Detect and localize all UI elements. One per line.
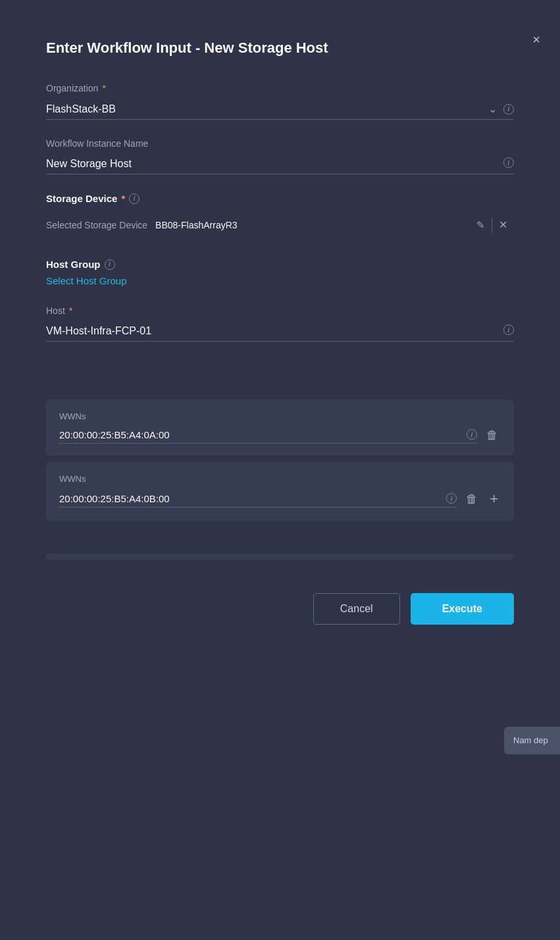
storage-clear-button[interactable]: ✕	[492, 216, 514, 234]
organization-info-icon[interactable]: i	[503, 104, 514, 115]
execute-button[interactable]: Execute	[411, 593, 514, 625]
selected-storage-row: Selected Storage Device BB08-FlashArrayR…	[46, 209, 514, 240]
wwn-input-2[interactable]	[59, 490, 457, 508]
modal-title: Enter Workflow Input - New Storage Host	[46, 39, 514, 57]
host-group-info-icon[interactable]: i	[105, 259, 115, 270]
organization-value: FlashStack-BB	[46, 103, 488, 115]
storage-device-info-icon[interactable]: i	[129, 194, 140, 204]
chevron-down-icon[interactable]: ⌄	[488, 103, 497, 115]
storage-required-star: *	[121, 193, 125, 204]
modal-container: × Enter Workflow Input - New Storage Hos…	[0, 13, 560, 940]
host-label: Host *	[46, 305, 514, 316]
host-field: Host * i Nam dep	[46, 305, 514, 342]
required-star: *	[102, 83, 105, 93]
footer-buttons: Cancel Execute	[46, 593, 514, 625]
wwn-input-1[interactable]	[59, 427, 477, 444]
close-button[interactable]: ×	[532, 33, 540, 46]
select-host-group-link[interactable]: Select Host Group	[46, 275, 127, 286]
host-info-icon[interactable]: i	[503, 325, 514, 335]
selected-storage-value: BB08-FlashArrayR3	[155, 220, 238, 230]
storage-device-label: Storage Device * i	[46, 193, 514, 204]
organization-label: Organization *	[46, 83, 514, 93]
wwn-info-icon-1[interactable]: i	[467, 429, 477, 440]
storage-device-field: Storage Device * i Selected Storage Devi…	[46, 193, 514, 240]
workflow-instance-input[interactable]	[46, 154, 514, 174]
wwn-card-2: WWNs i 🗑 +	[46, 462, 514, 521]
scroll-indicator	[46, 554, 514, 560]
host-input[interactable]	[46, 321, 514, 342]
host-required-star: *	[69, 305, 72, 316]
wwn-add-button[interactable]: +	[487, 489, 501, 509]
host-group-label: Host Group i	[46, 259, 514, 270]
storage-edit-button[interactable]: ✎	[470, 217, 492, 234]
workflow-instance-info-icon[interactable]: i	[503, 157, 514, 168]
wwn-card-1: WWNs i 🗑	[46, 400, 514, 456]
wwn-label-1: WWNs	[59, 411, 501, 421]
workflow-instance-label: Workflow Instance Name	[46, 138, 514, 149]
organization-select[interactable]: FlashStack-BB ⌄ i	[46, 99, 514, 120]
host-group-field: Host Group i Select Host Group	[46, 259, 514, 287]
wwn-delete-button-2[interactable]: 🗑	[463, 490, 480, 508]
organization-field: Organization * FlashStack-BB ⌄ i	[46, 83, 514, 120]
spacer	[46, 360, 514, 400]
cancel-button[interactable]: Cancel	[313, 593, 400, 625]
wwn-label-2: WWNs	[59, 474, 501, 484]
wwn-delete-button-1[interactable]: 🗑	[484, 427, 501, 444]
tooltip-popup: Nam dep	[504, 727, 560, 754]
selected-storage-label: Selected Storage Device	[46, 220, 147, 230]
workflow-instance-field: Workflow Instance Name i	[46, 138, 514, 174]
